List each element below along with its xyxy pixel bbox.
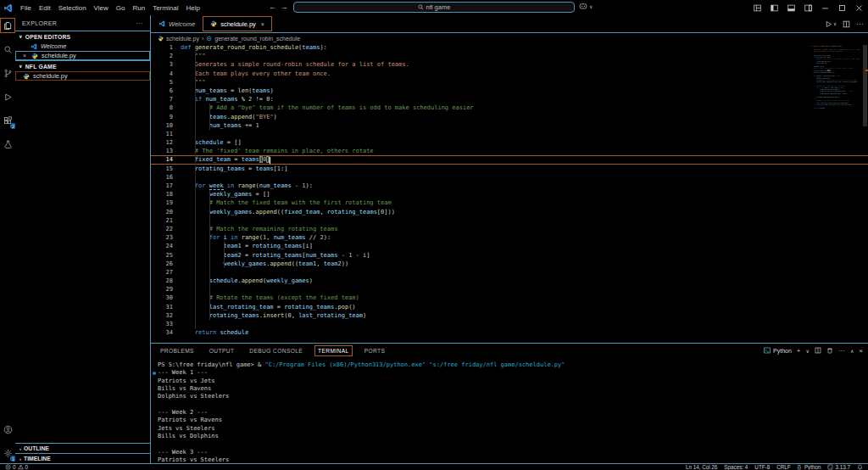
problems-status[interactable]: 0 0	[5, 464, 28, 470]
code-line[interactable]: 9 teams.append("BYE")	[151, 113, 868, 121]
code-line[interactable]: 28 schedule.append(weekly_games)	[151, 277, 868, 285]
minimize-button[interactable]	[821, 4, 829, 12]
code-line[interactable]: 8 # Add a "bye" team if the number of te…	[151, 104, 868, 112]
breadcrumb-file[interactable]: scheldule.py	[166, 36, 199, 42]
tab-scheldule[interactable]: scheldule.py ×	[203, 16, 272, 31]
python-interpreter[interactable]: 3.13.7	[827, 464, 850, 470]
nav-forward-icon[interactable]: →	[281, 3, 288, 11]
code-line[interactable]: 21	[151, 216, 868, 225]
close-icon[interactable]: ×	[23, 53, 26, 59]
code-line[interactable]: 32 rotating_teams.insert(0, last_rotatin…	[151, 311, 868, 320]
code-line[interactable]: 25 team2 = rotating_teams[num_teams - 1 …	[151, 251, 868, 260]
notifications-bell-icon[interactable]	[857, 464, 863, 470]
encoding[interactable]: UTF-8	[754, 464, 770, 470]
code-line[interactable]: 10 num_teams += 1	[151, 121, 868, 130]
close-icon[interactable]: ×	[261, 21, 264, 27]
activity-run-debug[interactable]	[1, 90, 14, 104]
activity-explorer[interactable]	[1, 19, 14, 32]
code-line[interactable]: 18 weekly_games = []	[151, 190, 868, 199]
minimap[interactable]: 1def generate_round_robin_schedule(teams…	[810, 45, 860, 116]
kill-terminal-icon[interactable]	[826, 347, 833, 354]
chevron-down-icon[interactable]: ∨	[806, 348, 810, 354]
code-line[interactable]: 1def generate_round_robin_schedule(teams…	[151, 43, 868, 52]
account-button[interactable]	[1, 422, 14, 436]
code-line[interactable]: 4 Each team plays every other team once.	[151, 70, 868, 78]
open-editor-scheldule[interactable]: × scheldule.py	[15, 51, 150, 60]
breadcrumb[interactable]: scheldule.py › generate_round_robin_sche…	[151, 33, 868, 43]
split-terminal-icon[interactable]	[815, 347, 821, 354]
menu-run[interactable]: Run	[132, 4, 145, 12]
copilot-menu[interactable]: ∨	[579, 3, 593, 10]
run-button[interactable]: ∨	[825, 20, 837, 28]
code-line[interactable]: 7 if num_teams % 2 != 0:	[151, 95, 868, 104]
code-line[interactable]: 22 # Match the remaining rotating teams	[151, 225, 868, 233]
activity-source-control[interactable]	[1, 66, 14, 80]
close-button[interactable]	[855, 4, 863, 12]
code-line[interactable]: 3 Generates a simple round-robin schedul…	[151, 60, 868, 69]
tab-debug-console[interactable]: DEBUG CONSOLE	[247, 346, 305, 355]
menu-edit[interactable]: Edit	[39, 4, 51, 12]
toggle-secondary-sidebar-icon[interactable]	[804, 4, 812, 12]
close-panel-icon[interactable]: ×	[859, 347, 863, 355]
menu-go[interactable]: Go	[116, 4, 125, 12]
more-actions-icon[interactable]: ···	[856, 20, 864, 28]
nav-back-icon[interactable]: ←	[269, 3, 276, 11]
more-actions-icon[interactable]: ···	[838, 347, 845, 355]
settings-button[interactable]: 1	[1, 446, 14, 460]
language-mode[interactable]: {}Python	[798, 464, 821, 470]
code-line[interactable]: 16	[151, 173, 868, 182]
file-item-scheldule[interactable]: scheldule.py	[15, 71, 150, 81]
menu-terminal[interactable]: Terminal	[153, 4, 178, 12]
code-line[interactable]: 14 fixed_team = teams[0]	[151, 155, 868, 164]
cursor-position[interactable]: Ln 14, Col 26	[686, 464, 717, 470]
split-editor-icon[interactable]	[843, 20, 850, 28]
indentation[interactable]: Spaces: 4	[724, 464, 748, 470]
menu-selection[interactable]: Selection	[58, 4, 86, 12]
open-editor-welcome[interactable]: Welcome	[15, 42, 150, 51]
code-line[interactable]: 12 schedule = []	[151, 138, 868, 147]
maximize-button[interactable]	[838, 4, 846, 12]
code-line[interactable]: 33	[151, 320, 868, 328]
activity-extensions[interactable]: 2	[1, 114, 14, 127]
code-line[interactable]: 23 for i in range(1, num_teams // 2):	[151, 233, 868, 242]
code-line[interactable]: 17 for week in range(num_teams - 1):	[151, 182, 868, 190]
activity-search[interactable]	[1, 42, 14, 56]
tab-output[interactable]: OUTPUT	[207, 346, 237, 355]
tab-problems[interactable]: PROBLEMS	[158, 346, 197, 355]
code-line[interactable]: 20 weekly_games.append((fixed_team, rota…	[151, 208, 868, 216]
menu-file[interactable]: File	[20, 4, 31, 12]
tab-terminal[interactable]: TERMINAL	[315, 346, 352, 355]
menu-help[interactable]: Help	[186, 4, 199, 12]
code-line[interactable]: 27	[151, 268, 868, 277]
code-line[interactable]: 6 num_teams = len(teams)	[151, 87, 868, 95]
code-line[interactable]: 30 # Rotate the teams (except the fixed …	[151, 294, 868, 302]
customize-layout-icon[interactable]	[754, 4, 761, 12]
toggle-sidebar-icon[interactable]	[771, 4, 778, 12]
terminal-shell-label[interactable]: Python	[764, 347, 792, 354]
outline-section[interactable]: › OUTLINE	[15, 443, 150, 453]
workspace-header[interactable]: ∨ NFL GAME	[15, 60, 150, 71]
tab-ports[interactable]: PORTS	[362, 346, 388, 355]
code-line[interactable]: 31 last_rotating_team = rotating_teams.p…	[151, 303, 868, 311]
toggle-panel-icon[interactable]	[787, 4, 795, 12]
code-line[interactable]: 19 # Match the fixed team with the first…	[151, 199, 868, 207]
code-line[interactable]: 29	[151, 285, 868, 294]
timeline-section[interactable]: › TIMELINE	[15, 453, 150, 463]
code-line[interactable]: 2 """	[151, 52, 868, 60]
tab-welcome[interactable]: Welcome	[151, 16, 203, 31]
code-line[interactable]: 11	[151, 130, 868, 138]
breadcrumb-symbol[interactable]: generate_round_robin_schedule	[214, 36, 300, 42]
code-line[interactable]: 13 # The 'fixed' team remains in place, …	[151, 147, 868, 155]
command-decoration-dot[interactable]	[153, 372, 156, 375]
terminal-output[interactable]: PS S:\free friday\nfl game> & "C:/Progra…	[151, 357, 868, 464]
new-terminal-button[interactable]: +	[797, 347, 801, 355]
code-editor[interactable]: 1def generate_round_robin_schedule(teams…	[151, 43, 868, 344]
code-line[interactable]: 15 rotating_teams = teams[1:]	[151, 165, 868, 173]
code-line[interactable]: 24 team1 = rotating_teams[i]	[151, 242, 868, 250]
menu-view[interactable]: View	[94, 4, 108, 12]
maximize-panel-icon[interactable]: ∧	[850, 348, 854, 354]
code-line[interactable]: 5 """	[151, 78, 868, 87]
code-line[interactable]: 34 return schedule	[151, 328, 868, 337]
open-editors-header[interactable]: ∨ OPEN EDITORS	[15, 31, 150, 42]
editor-scrollbar[interactable]	[863, 45, 867, 126]
